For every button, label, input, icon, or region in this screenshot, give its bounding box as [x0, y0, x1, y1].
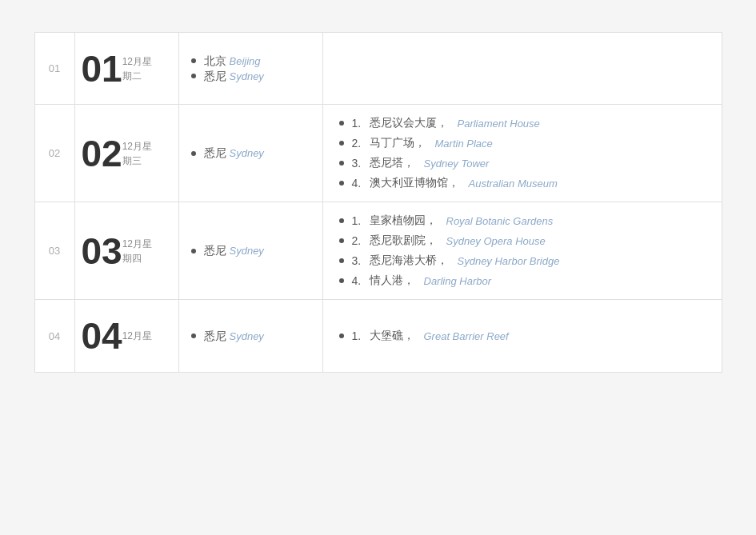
- table-row: 030312月星期四悉尼Sydney1.皇家植物园，Royal Botanic …: [35, 202, 722, 300]
- attr-num: 2.: [352, 137, 365, 150]
- attr-bullet: [339, 278, 344, 283]
- row-date: 0312月星期四: [75, 202, 179, 299]
- attr-num: 2.: [352, 234, 365, 247]
- attr-num: 1.: [352, 329, 365, 342]
- city-text: 北京Beijing: [204, 54, 261, 69]
- attr-en: Sydney Harbor Bridge: [458, 255, 560, 267]
- day-number: 04: [82, 317, 122, 354]
- city-text: 悉尼Sydney: [204, 69, 264, 84]
- attraction-item: 4.情人港，Darling Harbor: [339, 273, 706, 288]
- attr-en: Royal Botanic Gardens: [446, 215, 554, 227]
- attr-num: 1.: [352, 214, 365, 227]
- bullet-dot: [191, 151, 196, 156]
- city-zh: 悉尼: [204, 244, 226, 257]
- attr-num: 1.: [352, 117, 365, 130]
- attractions-list: 1.悉尼议会大厦，Parliament House2.马丁广场，Martin P…: [339, 116, 706, 190]
- city-zh: 悉尼: [204, 70, 226, 82]
- attr-en: Parliament House: [458, 118, 540, 130]
- attr-zh: 悉尼议会大厦，: [370, 116, 448, 130]
- city-entry: 北京Beijing: [191, 54, 310, 69]
- city-text: 悉尼Sydney: [204, 243, 264, 258]
- month-label: 12月星: [122, 237, 152, 251]
- attractions-list: 1.大堡礁，Great Barrier Reef: [339, 329, 706, 343]
- attr-zh: 悉尼塔，: [370, 156, 414, 170]
- attr-bullet: [339, 238, 344, 243]
- row-cities: 悉尼Sydney: [179, 105, 323, 202]
- bullet-dot: [191, 58, 196, 63]
- month-label: 12月星: [122, 54, 152, 69]
- city-entry: 悉尼Sydney: [191, 329, 310, 344]
- date-detail: 12月星: [122, 329, 152, 343]
- attraction-item: 3.悉尼塔，Sydney Tower: [339, 156, 706, 170]
- row-date: 0212月星期三: [75, 105, 179, 202]
- city-entry: 悉尼Sydney: [191, 243, 310, 258]
- attr-en: Sydney Opera House: [446, 235, 546, 247]
- city-en: Sydney: [230, 147, 264, 159]
- attraction-item: 1.悉尼议会大厦，Parliament House: [339, 116, 706, 130]
- row-index: 01: [35, 33, 75, 104]
- city-zh: 北京: [204, 54, 226, 67]
- table-row: 040412月星悉尼Sydney1.大堡礁，Great Barrier Reef: [35, 300, 722, 372]
- table-row: 010112月星期二北京Beijing悉尼Sydney: [35, 33, 722, 105]
- row-index: 02: [35, 105, 75, 202]
- attraction-item: 2.马丁广场，Martin Place: [339, 136, 706, 150]
- weekday-label: 期四: [122, 251, 152, 266]
- table-row: 020212月星期三悉尼Sydney1.悉尼议会大厦，Parliament Ho…: [35, 105, 722, 202]
- row-attractions: 1.皇家植物园，Royal Botanic Gardens2.悉尼歌剧院，Syd…: [323, 202, 722, 299]
- date-detail: 12月星期三: [122, 139, 152, 168]
- attr-en: Australian Museum: [469, 178, 558, 190]
- attr-bullet: [339, 161, 344, 166]
- row-cities: 悉尼Sydney: [179, 300, 323, 372]
- attr-zh: 悉尼海港大桥，: [370, 254, 448, 268]
- day-number: 01: [82, 50, 122, 87]
- row-index: 04: [35, 300, 75, 372]
- city-entry: 悉尼Sydney: [191, 69, 310, 84]
- row-index: 03: [35, 202, 75, 299]
- city-en: Sydney: [230, 70, 264, 82]
- attr-bullet: [339, 141, 344, 146]
- attraction-item: 2.悉尼歌剧院，Sydney Opera House: [339, 234, 706, 248]
- attr-bullet: [339, 333, 344, 338]
- attr-zh: 皇家植物园，: [370, 214, 437, 228]
- city-en: Sydney: [230, 330, 264, 342]
- city-en: Sydney: [230, 245, 264, 257]
- row-cities: 北京Beijing悉尼Sydney: [179, 33, 323, 104]
- attr-zh: 澳大利亚博物馆，: [370, 176, 459, 190]
- month-label: 12月星: [122, 139, 152, 154]
- city-entry: 悉尼Sydney: [191, 146, 310, 161]
- row-date: 0112月星期二: [75, 33, 179, 104]
- attraction-item: 1.大堡礁，Great Barrier Reef: [339, 329, 706, 343]
- attr-zh: 马丁广场，: [370, 136, 426, 150]
- bullet-dot: [191, 74, 196, 78]
- attr-zh: 情人港，: [370, 273, 414, 288]
- city-text: 悉尼Sydney: [204, 146, 264, 161]
- date-detail: 12月星期四: [122, 237, 152, 266]
- row-attractions: [323, 33, 722, 104]
- month-label: 12月星: [122, 329, 152, 343]
- attraction-item: 4.澳大利亚博物馆，Australian Museum: [339, 176, 706, 190]
- day-number: 03: [82, 233, 122, 269]
- city-text: 悉尼Sydney: [204, 329, 264, 344]
- attr-bullet: [339, 121, 344, 126]
- attr-num: 3.: [352, 254, 365, 267]
- attr-num: 3.: [352, 157, 365, 170]
- attr-bullet: [339, 218, 344, 223]
- weekday-label: 期二: [122, 69, 152, 83]
- row-cities: 悉尼Sydney: [179, 202, 323, 299]
- bullet-dot: [191, 249, 196, 254]
- date-detail: 12月星期二: [122, 54, 152, 83]
- attraction-item: 1.皇家植物园，Royal Botanic Gardens: [339, 214, 706, 228]
- attr-en: Great Barrier Reef: [424, 330, 509, 342]
- weekday-label: 期三: [122, 154, 152, 168]
- attr-en: Sydney Tower: [424, 158, 490, 170]
- attr-en: Darling Harbor: [424, 275, 492, 287]
- city-zh: 悉尼: [204, 329, 226, 342]
- day-number: 02: [82, 135, 122, 172]
- attr-bullet: [339, 258, 344, 263]
- city-zh: 悉尼: [204, 146, 226, 159]
- attr-num: 4.: [352, 177, 365, 190]
- row-attractions: 1.大堡礁，Great Barrier Reef: [323, 300, 722, 372]
- itinerary-table: 010112月星期二北京Beijing悉尼Sydney020212月星期三悉尼S…: [34, 32, 722, 373]
- attr-zh: 大堡礁，: [370, 329, 414, 343]
- city-en: Beijing: [230, 55, 261, 67]
